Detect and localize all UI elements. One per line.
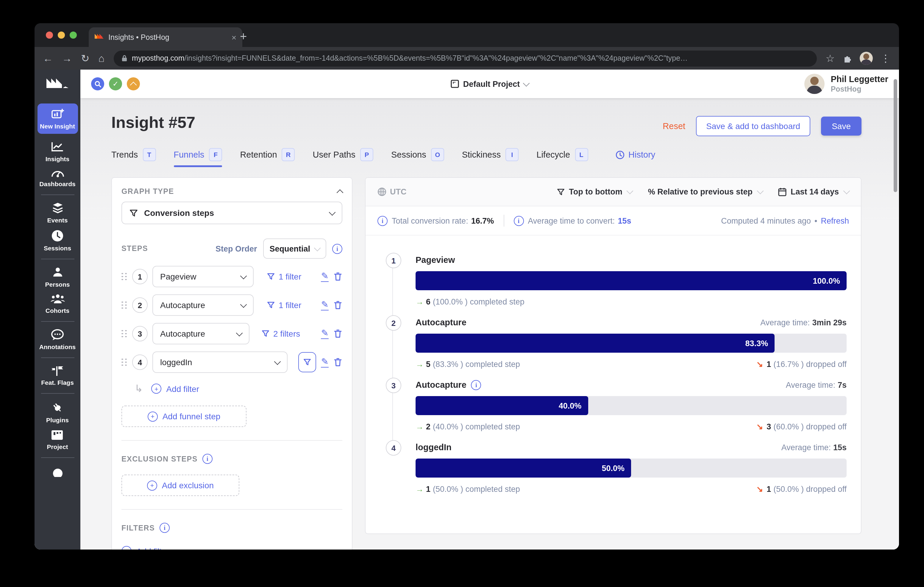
relative-step-dropdown[interactable]: % Relative to previous step — [648, 187, 763, 196]
back-icon[interactable]: ← — [43, 53, 53, 63]
funnel-bar[interactable]: 100.0% — [416, 271, 846, 290]
info-icon[interactable]: i — [513, 215, 524, 226]
info-icon[interactable]: i — [332, 243, 342, 254]
sidebar-item-cohorts[interactable]: Cohorts — [46, 294, 70, 314]
check-icon[interactable]: ✓ — [109, 77, 122, 90]
new-tab-button[interactable]: + — [240, 30, 247, 43]
project-switcher[interactable]: Default Project — [80, 79, 899, 88]
sidebar-item-insights[interactable]: Insights — [46, 142, 70, 162]
history-button[interactable]: History — [615, 150, 655, 165]
posthog-logo-icon[interactable] — [46, 77, 69, 93]
browser-profile-avatar[interactable] — [860, 52, 873, 65]
bookmark-star-icon[interactable]: ☆ — [826, 53, 835, 63]
tab-trends[interactable]: Trends T — [111, 148, 156, 167]
event-select[interactable]: Autocapture — [152, 323, 249, 344]
scrollbar[interactable] — [894, 79, 897, 192]
extensions-icon[interactable] — [842, 54, 852, 63]
date-range-dropdown[interactable]: Last 14 days — [778, 187, 849, 196]
tab-retention[interactable]: Retention R — [240, 148, 295, 167]
edit-icon[interactable]: ✎ — [321, 328, 328, 339]
browser-tab[interactable]: Insights • PostHog × — [89, 27, 242, 47]
add-funnel-step-button[interactable]: + Add funnel step — [122, 406, 246, 427]
search-icon[interactable] — [91, 77, 104, 90]
menu-kebab-icon[interactable]: ⋮ — [881, 53, 891, 63]
forward-icon[interactable]: → — [62, 53, 72, 63]
tab-close-icon[interactable]: × — [232, 33, 236, 42]
completed-text[interactable]: (50.0% ) completed step — [433, 484, 520, 493]
drag-handle[interactable] — [122, 273, 127, 280]
funnel-bar[interactable]: 83.3% — [416, 334, 775, 353]
step-order-dropdown[interactable]: Top to bottom — [556, 187, 632, 196]
edit-icon[interactable]: ✎ — [321, 271, 328, 282]
sidebar-item-annotations[interactable]: Annotations — [39, 329, 76, 350]
add-step-filter-button[interactable] — [298, 352, 316, 372]
caret-up-icon[interactable] — [127, 77, 140, 90]
save-add-dashboard-button[interactable]: Save & add to dashboard — [696, 116, 810, 136]
delete-icon[interactable] — [333, 300, 342, 310]
close-window-button[interactable] — [46, 31, 53, 39]
sidebar-item-persons[interactable]: Persons — [45, 266, 70, 288]
sidebar-item-dashboards[interactable]: Dashboards — [39, 168, 75, 187]
sidebar-item-plugins[interactable]: Plugins — [46, 401, 69, 423]
info-icon[interactable]: i — [471, 380, 481, 390]
edit-icon[interactable]: ✎ — [321, 357, 328, 368]
funnel-bar[interactable]: 50.0% — [416, 459, 631, 478]
delete-icon[interactable] — [333, 272, 342, 281]
tab-funnels[interactable]: Funnels F — [173, 148, 222, 167]
graph-type-select[interactable]: Conversion steps — [122, 202, 342, 224]
filters-add-filter-link[interactable]: + Add filter — [122, 546, 342, 549]
event-select[interactable]: Autocapture — [152, 294, 254, 316]
completed-text[interactable]: (83.3% ) completed step — [433, 360, 520, 368]
user-menu[interactable]: Phil Leggetter PostHog — [805, 74, 888, 94]
sidebar-item-feature-flags[interactable]: Feat. Flags — [41, 365, 74, 386]
minimize-window-button[interactable] — [58, 31, 65, 39]
sidebar-item-events[interactable]: Events — [47, 202, 68, 224]
refresh-link[interactable]: Refresh — [821, 216, 849, 225]
app-top-bar: ✓ Default Project Phil Leggetter P — [80, 69, 899, 98]
reset-button[interactable]: Reset — [663, 121, 685, 131]
delete-icon[interactable] — [333, 329, 342, 339]
tab-label: Sessions — [391, 150, 426, 159]
timezone-indicator[interactable]: UTC — [378, 187, 407, 196]
save-button[interactable]: Save — [821, 117, 861, 136]
tab-lifecycle[interactable]: Lifecycle L — [536, 148, 588, 167]
sidebar-item-project[interactable]: Project — [47, 429, 68, 450]
event-select[interactable]: Pageview — [152, 266, 254, 287]
drag-handle[interactable] — [122, 330, 127, 337]
tab-label: Lifecycle — [536, 150, 570, 159]
tab-stickiness[interactable]: Stickiness I — [462, 148, 519, 167]
filter-count-link[interactable]: 1 filter — [267, 272, 301, 281]
edit-icon[interactable]: ✎ — [321, 300, 328, 311]
sidebar-item-sessions[interactable]: Sessions — [44, 230, 71, 252]
sidebar-item-new-insight[interactable]: New Insight — [37, 104, 78, 134]
computed-label: Computed 4 minutes ago — [721, 216, 811, 225]
drag-handle[interactable] — [122, 301, 127, 309]
info-icon[interactable]: i — [378, 215, 388, 226]
events-icon — [51, 202, 64, 214]
step-number: 4 — [386, 440, 401, 455]
event-select[interactable]: loggedIn — [152, 352, 287, 373]
sidebar-item-partial[interactable] — [51, 465, 64, 477]
info-icon[interactable]: i — [203, 454, 213, 464]
tab-sessions[interactable]: Sessions O — [391, 148, 444, 167]
address-bar[interactable]: myposthog.com/insights?insight=FUNNELS&d… — [114, 50, 817, 66]
dropped-text[interactable]: (60.0% ) dropped off — [773, 422, 846, 431]
tab-user-paths[interactable]: User Paths P — [313, 148, 373, 167]
reload-icon[interactable]: ↻ — [81, 53, 90, 63]
add-exclusion-button[interactable]: + Add exclusion — [122, 475, 239, 496]
add-filter-link[interactable]: + Add filter — [152, 384, 200, 394]
dropped-text[interactable]: (50.0% ) dropped off — [773, 485, 846, 493]
info-icon[interactable]: i — [160, 523, 170, 533]
zoom-window-button[interactable] — [70, 31, 77, 39]
delete-icon[interactable] — [333, 357, 342, 367]
filter-count-link[interactable]: 1 filter — [267, 300, 301, 310]
step-order-select[interactable]: Sequential — [263, 238, 326, 259]
funnel-bar[interactable]: 40.0% — [416, 396, 588, 415]
filter-count-link[interactable]: 2 filters — [261, 329, 300, 339]
dropped-text[interactable]: (16.7% ) dropped off — [773, 360, 846, 369]
completed-text[interactable]: (100.0% ) completed step — [433, 297, 525, 306]
completed-text[interactable]: (40.0% ) completed step — [433, 422, 520, 431]
drag-handle[interactable] — [122, 358, 127, 366]
collapse-chevron-icon[interactable] — [337, 189, 343, 196]
home-icon[interactable]: ⌂ — [99, 53, 105, 63]
